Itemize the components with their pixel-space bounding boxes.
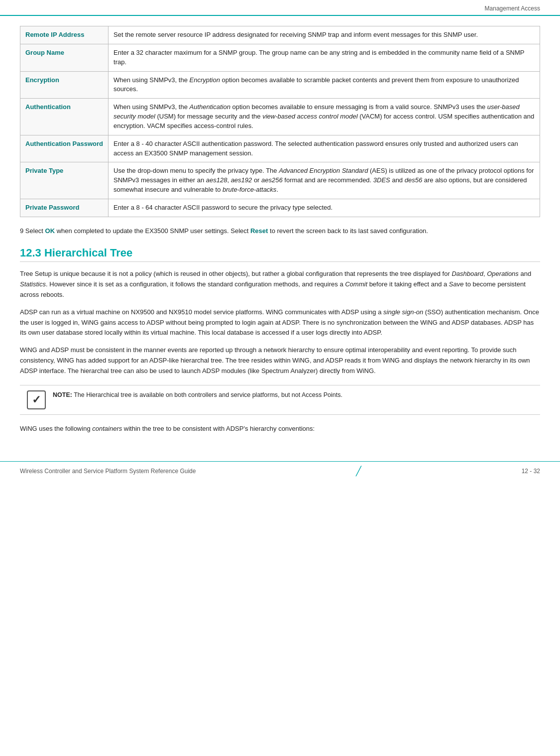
page-footer: Wireless Controller and Service Platform…: [0, 461, 560, 481]
table-row: Authentication PasswordEnter a 8 - 40 ch…: [20, 135, 540, 162]
table-row: Private TypeUse the drop-down menu to sp…: [20, 162, 540, 199]
note-box: ✓ NOTE: The Hierarchical tree is availab…: [20, 385, 540, 415]
ok-label: OK: [45, 227, 55, 235]
section-heading: 12.3 Hierarchical Tree: [20, 247, 540, 259]
table-row: EncryptionWhen using SNMPv3, the Encrypt…: [20, 71, 540, 99]
snmp-table: Remote IP AddressSet the remote server r…: [20, 26, 540, 217]
footer-divider-mark: ╱: [356, 466, 361, 477]
table-content: Enter a 8 - 64 character ASCII password …: [109, 199, 540, 217]
table-label: Private Password: [20, 199, 109, 217]
table-row: Group NameEnter a 32 character maximum f…: [20, 44, 540, 71]
table-label: Authentication Password: [20, 135, 109, 162]
table-content: Enter a 32 character maximum for a SNMP …: [109, 44, 540, 71]
table-content: Use the drop-down menu to specify the pr…: [109, 162, 540, 199]
table-content: When using SNMPv3, the Authentication op…: [109, 99, 540, 135]
para-3: WiNG and ADSP must be consistent in the …: [20, 345, 540, 376]
table-row: Remote IP AddressSet the remote server r…: [20, 26, 540, 44]
table-label: Remote IP Address: [20, 26, 109, 44]
note-text: NOTE: The Hierarchical tree is available…: [53, 390, 342, 400]
para-1: Tree Setup is unique because it is not a…: [20, 269, 540, 300]
table-label: Encryption: [20, 71, 109, 99]
footer-right: 12 - 32: [522, 468, 540, 475]
table-row: Private PasswordEnter a 8 - 64 character…: [20, 199, 540, 217]
reset-label: Reset: [250, 227, 268, 235]
step-9: 9 Select OK when completed to update the…: [20, 226, 540, 236]
table-content: When using SNMPv3, the Encryption option…: [109, 71, 540, 99]
table-label: Authentication: [20, 99, 109, 135]
para-2: ADSP can run as a virtual machine on NX9…: [20, 307, 540, 338]
note-label: NOTE:: [53, 391, 72, 398]
header-title: Management Access: [485, 5, 540, 12]
table-content: Set the remote server resource IP addres…: [109, 26, 540, 44]
table-content: Enter a 8 - 40 character ASCII authentic…: [109, 135, 540, 162]
footer-left: Wireless Controller and Service Platform…: [20, 468, 196, 475]
page-header: Management Access: [0, 0, 560, 16]
table-label: Group Name: [20, 44, 109, 71]
page-content: Remote IP AddressSet the remote server r…: [0, 16, 560, 451]
wing-line: WiNG uses the following containers withi…: [20, 424, 540, 434]
section-divider: [20, 261, 540, 262]
note-icon: ✓: [27, 390, 46, 409]
table-row: AuthenticationWhen using SNMPv3, the Aut…: [20, 99, 540, 135]
table-label: Private Type: [20, 162, 109, 199]
note-body: The Hierarchical tree is available on bo…: [72, 391, 342, 398]
